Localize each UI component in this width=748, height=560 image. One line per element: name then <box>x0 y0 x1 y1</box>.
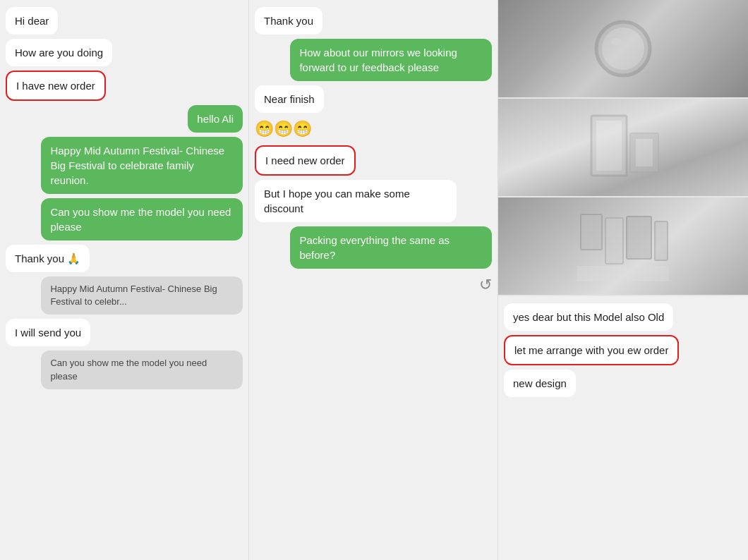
bubble-thank-you: Thank you <box>255 7 322 35</box>
svg-rect-8 <box>605 218 623 264</box>
bubble-show-model-preview: Can you show me the model you need pleas… <box>41 351 243 389</box>
bubble-arrange-order: let me arrange with you ew order <box>504 335 679 365</box>
msg-new-order: I have new order <box>6 71 243 101</box>
scroll-down-icon[interactable]: ↺ <box>479 276 492 294</box>
svg-rect-9 <box>627 217 651 259</box>
svg-rect-4 <box>596 121 622 171</box>
msg-hope-discount: But I hope you can make some discount <box>255 180 492 222</box>
bubble-packing-same: Packing everything the same as before? <box>290 226 492 269</box>
msg-thank-you-pray: Thank you 🙏 <box>6 245 243 272</box>
bubble-hello-ali: hello Ali <box>188 105 243 133</box>
photo1-image <box>581 17 665 80</box>
bubble-festival: Happy Mid Autumn Festival- Chinese Big F… <box>41 137 243 194</box>
msg-hello-ali: hello Ali <box>6 105 243 133</box>
msg-how-about-mirrors: How about our mirrors we looking forward… <box>255 39 492 81</box>
msg-thank-you: Thank you <box>255 7 492 35</box>
col3-messages-section: yes dear but this Model also Old let me … <box>498 296 748 560</box>
svg-rect-7 <box>581 214 602 250</box>
msg-emoji: 😁😁😁 <box>255 117 492 141</box>
msg-need-new-order: I need new order <box>255 145 492 176</box>
svg-point-1 <box>602 28 644 70</box>
msg-yes-dear: yes dear but this Model also Old <box>504 303 742 331</box>
bubble-will-send: I will send you <box>6 319 90 346</box>
bubble-how-are-you: How are you doing <box>6 39 112 66</box>
bubble-how-about-mirrors: How about our mirrors we looking forward… <box>290 39 492 81</box>
bubble-show-model: Can you show me the model you need pleas… <box>41 198 243 241</box>
msg-packing-same: Packing everything the same as before? <box>255 226 492 269</box>
emoji-faces: 😁😁😁 <box>255 117 312 141</box>
photo-1 <box>498 0 748 99</box>
msg-scroll-icon: ↺ <box>255 273 492 294</box>
bubble-need-new-order: I need new order <box>255 145 356 176</box>
msg-show-model: Can you show me the model you need pleas… <box>6 198 243 241</box>
bubble-thank-you-pray: Thank you 🙏 <box>6 245 90 272</box>
svg-rect-11 <box>577 266 669 281</box>
bubble-near-finish: Near finish <box>255 85 324 113</box>
column-1: Hi dear How are you doing I have new ord… <box>0 0 249 560</box>
photo2-image <box>581 112 665 183</box>
svg-rect-6 <box>636 139 653 166</box>
msg-how-are-you: How are you doing <box>6 39 243 66</box>
bubble-yes-dear: yes dear but this Model also Old <box>504 303 673 331</box>
msg-arrange-order: let me arrange with you ew order <box>504 335 742 365</box>
photo-3 <box>498 197 748 296</box>
msg-festival: Happy Mid Autumn Festival- Chinese Big F… <box>6 137 243 194</box>
photo-2 <box>498 99 748 197</box>
msg-will-send: I will send you <box>6 319 243 346</box>
bubble-new-design: new design <box>504 370 576 397</box>
bubble-hi-dear: Hi dear <box>6 7 58 35</box>
column-2: Thank you How about our mirrors we looki… <box>249 0 498 560</box>
msg-hi-dear: Hi dear <box>6 7 243 35</box>
msg-show-model-preview: Can you show me the model you need pleas… <box>6 351 243 389</box>
bubble-festival-preview: Happy Mid Autumn Festival- Chinese Big F… <box>41 276 243 315</box>
column-3: yes dear but this Model also Old let me … <box>498 0 748 560</box>
msg-festival-preview: Happy Mid Autumn Festival- Chinese Big F… <box>6 276 243 315</box>
msg-new-design: new design <box>504 370 742 397</box>
svg-point-2 <box>610 38 622 45</box>
bubble-new-order: I have new order <box>6 71 106 101</box>
svg-rect-10 <box>655 221 668 260</box>
bubble-hope-discount: But I hope you can make some discount <box>255 180 457 222</box>
photos-section <box>498 0 748 296</box>
msg-near-finish: Near finish <box>255 85 492 113</box>
photo3-image <box>577 211 669 281</box>
